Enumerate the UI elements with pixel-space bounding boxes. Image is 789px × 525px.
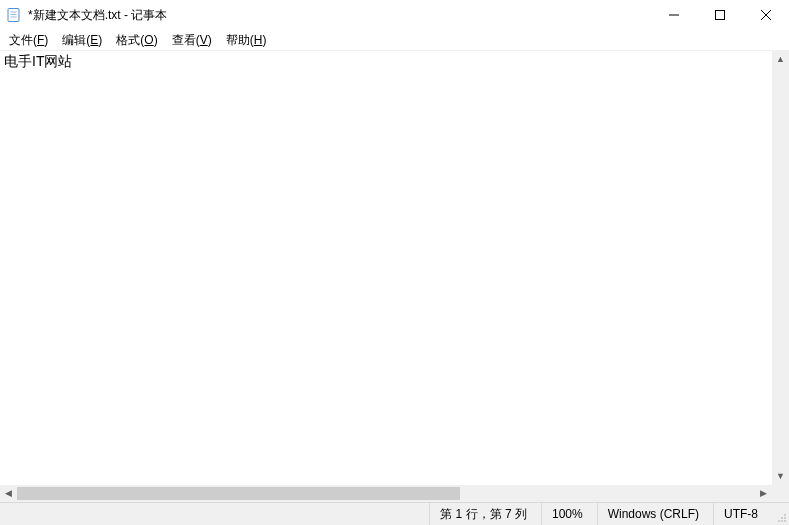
vertical-scroll-track[interactable]	[772, 68, 789, 468]
menu-edit[interactable]: 编辑(E)	[55, 31, 109, 50]
menu-format[interactable]: 格式(O)	[109, 31, 164, 50]
svg-point-10	[784, 517, 786, 519]
status-line-ending: Windows (CRLF)	[597, 503, 713, 525]
horizontal-scroll-thumb[interactable]	[17, 487, 460, 500]
menu-view[interactable]: 查看(V)	[165, 31, 219, 50]
window-title: *新建文本文档.txt - 记事本	[28, 7, 167, 24]
svg-point-13	[784, 514, 786, 516]
status-zoom: 100%	[541, 503, 597, 525]
svg-point-9	[781, 520, 783, 522]
minimize-button[interactable]	[651, 0, 697, 30]
scroll-down-icon[interactable]: ▼	[772, 468, 789, 485]
scroll-right-icon[interactable]: ▶	[755, 485, 772, 502]
scroll-left-icon[interactable]: ◀	[0, 485, 17, 502]
scroll-up-icon[interactable]: ▲	[772, 51, 789, 68]
close-button[interactable]	[743, 0, 789, 30]
menu-help[interactable]: 帮助(H)	[219, 31, 274, 50]
svg-point-11	[778, 520, 780, 522]
text-editor[interactable]: 电手IT网站	[0, 50, 772, 485]
menubar: 文件(F) 编辑(E) 格式(O) 查看(V) 帮助(H)	[0, 30, 789, 50]
horizontal-scrollbar[interactable]: ◀ ▶	[0, 485, 789, 502]
resize-grip-icon[interactable]	[772, 503, 789, 525]
svg-rect-5	[716, 11, 725, 20]
titlebar: *新建文本文档.txt - 记事本	[0, 0, 789, 30]
svg-point-12	[781, 517, 783, 519]
vertical-scrollbar[interactable]: ▲ ▼	[772, 50, 789, 485]
statusbar: 第 1 行，第 7 列 100% Windows (CRLF) UTF-8	[0, 502, 789, 525]
svg-point-8	[784, 520, 786, 522]
maximize-button[interactable]	[697, 0, 743, 30]
status-encoding: UTF-8	[713, 503, 772, 525]
horizontal-scroll-track[interactable]	[17, 485, 755, 502]
scroll-corner	[772, 485, 789, 502]
window-controls	[651, 0, 789, 30]
menu-file[interactable]: 文件(F)	[2, 31, 55, 50]
notepad-icon	[6, 7, 22, 23]
status-position: 第 1 行，第 7 列	[429, 503, 541, 525]
